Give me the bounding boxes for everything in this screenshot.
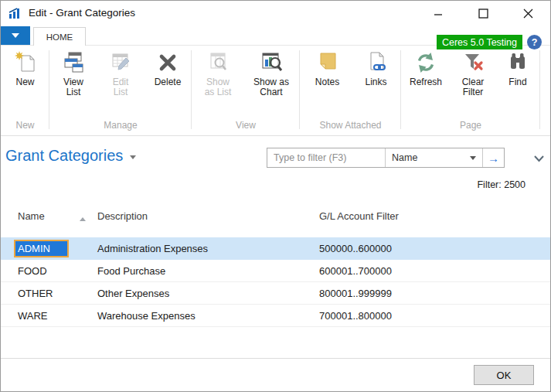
find-icon	[505, 50, 530, 75]
clear-filter-button-label: Clear Filter	[458, 77, 488, 97]
refresh-button-label: Refresh	[410, 77, 442, 87]
footer-divider	[1, 358, 551, 359]
edit-list-button-label: Edit List	[107, 77, 134, 97]
maximize-button[interactable]	[461, 1, 505, 26]
maximize-icon	[478, 9, 488, 19]
help-button[interactable]: ?	[527, 35, 542, 49]
find-button-label: Find	[508, 77, 526, 87]
window-title: Edit - Grant Categories	[29, 7, 135, 19]
company-badge: Ceres 5.0 Testing	[437, 35, 522, 49]
notes-button-label: Notes	[315, 77, 339, 87]
cell-name-editing[interactable]: ADMIN	[14, 240, 69, 257]
chevron-down-icon	[130, 155, 136, 159]
chevron-down-icon	[533, 155, 545, 162]
show-as-list-button-label: Show as List	[201, 77, 235, 97]
view-list-icon	[61, 50, 86, 75]
filter-column-value: Name	[392, 152, 417, 163]
view-list-button-label: View List	[60, 77, 87, 97]
ribbon-group-label-view: View	[192, 120, 300, 131]
links-button-label: Links	[365, 77, 386, 87]
table-header: Name Description G/L Account Filter	[1, 206, 551, 227]
cell-description[interactable]: Food Purchase	[97, 260, 165, 282]
table-row[interactable]: FOOD Food Purchase 600001..700000	[1, 260, 551, 282]
minimize-button[interactable]	[416, 1, 461, 26]
arrow-right-icon: →	[488, 152, 499, 165]
page-title-text: Grant Categories	[5, 147, 123, 165]
minimize-icon	[434, 9, 443, 18]
table-body: ADMIN Administration Expenses 500000..60…	[1, 237, 551, 327]
ribbon-group-page: Refresh Clear Filter	[401, 46, 540, 135]
cell-gl-account-filter[interactable]: 800001..999999	[319, 282, 392, 305]
notes-icon	[315, 50, 340, 75]
sort-ascending-icon	[80, 217, 86, 221]
edit-list-icon	[108, 50, 133, 75]
show-as-chart-button-label: Show as Chart	[250, 77, 292, 97]
title-bar: Edit - Grant Categories	[1, 1, 550, 26]
column-header-description[interactable]: Description	[97, 206, 148, 227]
page-title[interactable]: Grant Categories	[5, 147, 136, 165]
tab-home[interactable]: HOME	[33, 27, 86, 46]
close-icon	[523, 9, 533, 19]
delete-button-label: Delete	[155, 77, 182, 87]
ribbon-group-label-show-attached: Show Attached	[300, 120, 401, 131]
ribbon-group-new: New New	[1, 46, 49, 135]
show-as-chart-icon	[259, 50, 284, 75]
column-header-gl-account-filter[interactable]: G/L Account Filter	[319, 206, 399, 227]
filter-input[interactable]	[267, 148, 385, 167]
cell-gl-account-filter[interactable]: 600001..700000	[319, 260, 392, 282]
close-button[interactable]	[505, 1, 550, 26]
show-as-list-icon	[206, 50, 230, 75]
table-row[interactable]: WARE Warehouse Expenses 700001..800000	[1, 305, 551, 327]
cell-gl-account-filter[interactable]: 700001..800000	[319, 305, 392, 327]
chevron-down-icon	[12, 33, 19, 38]
cell-name[interactable]: OTHER	[18, 282, 53, 305]
ribbon-group-label-page: Page	[401, 120, 540, 131]
app-menu-button[interactable]	[1, 26, 30, 45]
cell-description[interactable]: Administration Expenses	[97, 237, 208, 260]
filter-column-select[interactable]: Name	[386, 148, 482, 167]
cell-name[interactable]: WARE	[18, 305, 48, 327]
new-document-icon	[13, 50, 38, 75]
ribbon-group-view: Show as List Show as Chart View	[192, 46, 300, 135]
ribbon-group-show-attached: Notes Links Show Attached	[300, 46, 401, 135]
ribbon-group-label-new: New	[1, 120, 49, 131]
refresh-icon	[413, 50, 438, 75]
new-button-label: New	[15, 77, 34, 87]
filter-info: Filter: 2500	[477, 179, 525, 190]
nav-chart-icon	[9, 7, 21, 19]
chevron-down-icon	[470, 156, 476, 160]
links-icon	[364, 50, 389, 75]
ribbon: New New View List	[1, 45, 551, 136]
ribbon-group-manage: View List Edit List Delete Manage	[49, 46, 192, 135]
apply-filter-button[interactable]: →	[483, 148, 504, 167]
collapse-page-button[interactable]	[531, 153, 546, 164]
dialog-window: Edit - Grant Categories HOME Ceres 5.0 T…	[0, 0, 551, 392]
ok-button[interactable]: OK	[474, 365, 534, 385]
window-controls	[416, 1, 550, 26]
column-header-name[interactable]: Name	[18, 206, 45, 227]
delete-icon	[155, 50, 180, 75]
cell-description[interactable]: Warehouse Expenses	[97, 305, 196, 327]
table-row[interactable]: ADMIN Administration Expenses 500000..60…	[1, 237, 551, 260]
cell-description[interactable]: Other Expenses	[97, 282, 169, 305]
ribbon-group-label-manage: Manage	[49, 120, 192, 131]
clear-filter-icon	[461, 50, 485, 75]
filter-box: Name →	[267, 148, 505, 168]
cell-gl-account-filter[interactable]: 500000..600000	[319, 237, 392, 260]
cell-name[interactable]: FOOD	[18, 260, 47, 282]
table-row[interactable]: OTHER Other Expenses 800001..999999	[1, 282, 551, 305]
